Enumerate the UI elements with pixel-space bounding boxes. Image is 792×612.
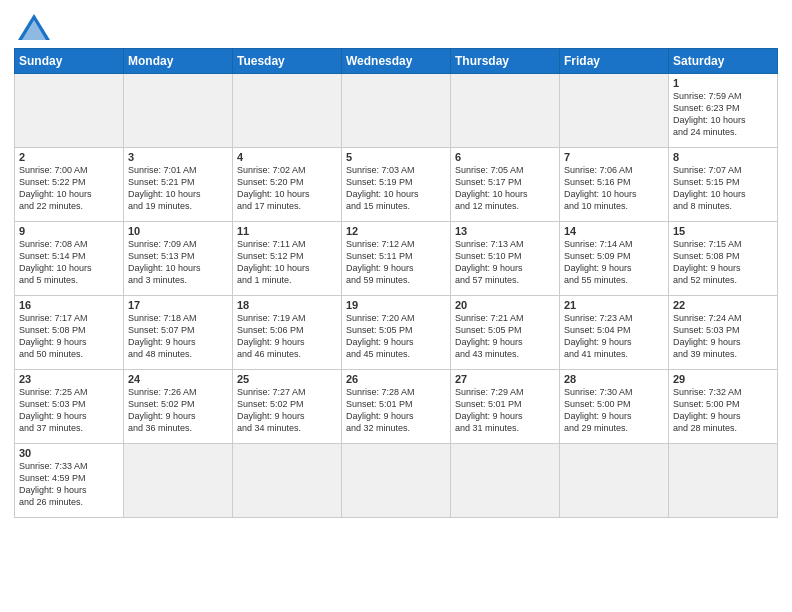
calendar-cell-2-6: 15Sunrise: 7:15 AM Sunset: 5:08 PM Dayli…: [669, 222, 778, 296]
header-wednesday: Wednesday: [342, 49, 451, 74]
day-number: 3: [128, 151, 228, 163]
calendar-table: SundayMondayTuesdayWednesdayThursdayFrid…: [14, 48, 778, 518]
day-info: Sunrise: 7:24 AM Sunset: 5:03 PM Dayligh…: [673, 312, 773, 361]
header-monday: Monday: [124, 49, 233, 74]
day-info: Sunrise: 7:01 AM Sunset: 5:21 PM Dayligh…: [128, 164, 228, 213]
day-number: 8: [673, 151, 773, 163]
day-number: 12: [346, 225, 446, 237]
day-number: 26: [346, 373, 446, 385]
calendar-week-2: 9Sunrise: 7:08 AM Sunset: 5:14 PM Daylig…: [15, 222, 778, 296]
calendar-cell-5-1: [124, 444, 233, 518]
calendar-cell-3-6: 22Sunrise: 7:24 AM Sunset: 5:03 PM Dayli…: [669, 296, 778, 370]
calendar-cell-2-5: 14Sunrise: 7:14 AM Sunset: 5:09 PM Dayli…: [560, 222, 669, 296]
day-info: Sunrise: 7:26 AM Sunset: 5:02 PM Dayligh…: [128, 386, 228, 435]
day-info: Sunrise: 7:29 AM Sunset: 5:01 PM Dayligh…: [455, 386, 555, 435]
day-info: Sunrise: 7:14 AM Sunset: 5:09 PM Dayligh…: [564, 238, 664, 287]
calendar-cell-2-0: 9Sunrise: 7:08 AM Sunset: 5:14 PM Daylig…: [15, 222, 124, 296]
day-info: Sunrise: 7:08 AM Sunset: 5:14 PM Dayligh…: [19, 238, 119, 287]
day-number: 17: [128, 299, 228, 311]
calendar-cell-1-5: 7Sunrise: 7:06 AM Sunset: 5:16 PM Daylig…: [560, 148, 669, 222]
day-info: Sunrise: 7:20 AM Sunset: 5:05 PM Dayligh…: [346, 312, 446, 361]
calendar-cell-1-6: 8Sunrise: 7:07 AM Sunset: 5:15 PM Daylig…: [669, 148, 778, 222]
calendar-cell-2-3: 12Sunrise: 7:12 AM Sunset: 5:11 PM Dayli…: [342, 222, 451, 296]
day-number: 6: [455, 151, 555, 163]
day-info: Sunrise: 7:06 AM Sunset: 5:16 PM Dayligh…: [564, 164, 664, 213]
day-info: Sunrise: 7:00 AM Sunset: 5:22 PM Dayligh…: [19, 164, 119, 213]
day-number: 23: [19, 373, 119, 385]
calendar-cell-4-3: 26Sunrise: 7:28 AM Sunset: 5:01 PM Dayli…: [342, 370, 451, 444]
header-friday: Friday: [560, 49, 669, 74]
calendar-cell-3-5: 21Sunrise: 7:23 AM Sunset: 5:04 PM Dayli…: [560, 296, 669, 370]
day-number: 29: [673, 373, 773, 385]
day-info: Sunrise: 7:07 AM Sunset: 5:15 PM Dayligh…: [673, 164, 773, 213]
calendar-cell-0-5: [560, 74, 669, 148]
calendar-cell-3-3: 19Sunrise: 7:20 AM Sunset: 5:05 PM Dayli…: [342, 296, 451, 370]
logo-icon: [16, 12, 52, 42]
calendar-week-5: 30Sunrise: 7:33 AM Sunset: 4:59 PM Dayli…: [15, 444, 778, 518]
header-sunday: Sunday: [15, 49, 124, 74]
header-thursday: Thursday: [451, 49, 560, 74]
day-number: 1: [673, 77, 773, 89]
header: [14, 10, 778, 42]
calendar-week-1: 2Sunrise: 7:00 AM Sunset: 5:22 PM Daylig…: [15, 148, 778, 222]
day-number: 7: [564, 151, 664, 163]
calendar-cell-1-3: 5Sunrise: 7:03 AM Sunset: 5:19 PM Daylig…: [342, 148, 451, 222]
calendar-cell-1-1: 3Sunrise: 7:01 AM Sunset: 5:21 PM Daylig…: [124, 148, 233, 222]
day-info: Sunrise: 7:03 AM Sunset: 5:19 PM Dayligh…: [346, 164, 446, 213]
calendar-cell-0-4: [451, 74, 560, 148]
calendar-cell-0-1: [124, 74, 233, 148]
day-info: Sunrise: 7:13 AM Sunset: 5:10 PM Dayligh…: [455, 238, 555, 287]
calendar-cell-4-6: 29Sunrise: 7:32 AM Sunset: 5:00 PM Dayli…: [669, 370, 778, 444]
calendar-week-0: 1Sunrise: 7:59 AM Sunset: 6:23 PM Daylig…: [15, 74, 778, 148]
day-info: Sunrise: 7:25 AM Sunset: 5:03 PM Dayligh…: [19, 386, 119, 435]
day-number: 5: [346, 151, 446, 163]
logo: [14, 14, 52, 42]
calendar-cell-0-2: [233, 74, 342, 148]
day-info: Sunrise: 7:19 AM Sunset: 5:06 PM Dayligh…: [237, 312, 337, 361]
calendar-cell-2-2: 11Sunrise: 7:11 AM Sunset: 5:12 PM Dayli…: [233, 222, 342, 296]
calendar-cell-3-1: 17Sunrise: 7:18 AM Sunset: 5:07 PM Dayli…: [124, 296, 233, 370]
calendar-cell-4-5: 28Sunrise: 7:30 AM Sunset: 5:00 PM Dayli…: [560, 370, 669, 444]
calendar-cell-1-2: 4Sunrise: 7:02 AM Sunset: 5:20 PM Daylig…: [233, 148, 342, 222]
day-info: Sunrise: 7:30 AM Sunset: 5:00 PM Dayligh…: [564, 386, 664, 435]
calendar-cell-4-2: 25Sunrise: 7:27 AM Sunset: 5:02 PM Dayli…: [233, 370, 342, 444]
day-number: 15: [673, 225, 773, 237]
calendar-week-3: 16Sunrise: 7:17 AM Sunset: 5:08 PM Dayli…: [15, 296, 778, 370]
day-info: Sunrise: 7:23 AM Sunset: 5:04 PM Dayligh…: [564, 312, 664, 361]
day-number: 25: [237, 373, 337, 385]
calendar-header-row: SundayMondayTuesdayWednesdayThursdayFrid…: [15, 49, 778, 74]
day-number: 30: [19, 447, 119, 459]
day-number: 27: [455, 373, 555, 385]
day-info: Sunrise: 7:21 AM Sunset: 5:05 PM Dayligh…: [455, 312, 555, 361]
day-number: 22: [673, 299, 773, 311]
page: SundayMondayTuesdayWednesdayThursdayFrid…: [0, 0, 792, 612]
calendar-cell-4-1: 24Sunrise: 7:26 AM Sunset: 5:02 PM Dayli…: [124, 370, 233, 444]
calendar-cell-4-0: 23Sunrise: 7:25 AM Sunset: 5:03 PM Dayli…: [15, 370, 124, 444]
calendar-cell-3-0: 16Sunrise: 7:17 AM Sunset: 5:08 PM Dayli…: [15, 296, 124, 370]
calendar-cell-0-6: 1Sunrise: 7:59 AM Sunset: 6:23 PM Daylig…: [669, 74, 778, 148]
calendar-cell-2-4: 13Sunrise: 7:13 AM Sunset: 5:10 PM Dayli…: [451, 222, 560, 296]
calendar-cell-0-0: [15, 74, 124, 148]
day-number: 10: [128, 225, 228, 237]
day-number: 20: [455, 299, 555, 311]
day-info: Sunrise: 7:32 AM Sunset: 5:00 PM Dayligh…: [673, 386, 773, 435]
calendar-cell-5-6: [669, 444, 778, 518]
day-number: 2: [19, 151, 119, 163]
header-saturday: Saturday: [669, 49, 778, 74]
day-info: Sunrise: 7:12 AM Sunset: 5:11 PM Dayligh…: [346, 238, 446, 287]
calendar-cell-3-2: 18Sunrise: 7:19 AM Sunset: 5:06 PM Dayli…: [233, 296, 342, 370]
day-number: 19: [346, 299, 446, 311]
calendar-week-4: 23Sunrise: 7:25 AM Sunset: 5:03 PM Dayli…: [15, 370, 778, 444]
calendar-cell-3-4: 20Sunrise: 7:21 AM Sunset: 5:05 PM Dayli…: [451, 296, 560, 370]
day-number: 16: [19, 299, 119, 311]
calendar-cell-1-0: 2Sunrise: 7:00 AM Sunset: 5:22 PM Daylig…: [15, 148, 124, 222]
day-number: 9: [19, 225, 119, 237]
day-info: Sunrise: 7:15 AM Sunset: 5:08 PM Dayligh…: [673, 238, 773, 287]
calendar-cell-5-3: [342, 444, 451, 518]
calendar-cell-5-0: 30Sunrise: 7:33 AM Sunset: 4:59 PM Dayli…: [15, 444, 124, 518]
day-info: Sunrise: 7:17 AM Sunset: 5:08 PM Dayligh…: [19, 312, 119, 361]
day-number: 11: [237, 225, 337, 237]
day-info: Sunrise: 7:33 AM Sunset: 4:59 PM Dayligh…: [19, 460, 119, 509]
day-number: 21: [564, 299, 664, 311]
day-info: Sunrise: 7:05 AM Sunset: 5:17 PM Dayligh…: [455, 164, 555, 213]
